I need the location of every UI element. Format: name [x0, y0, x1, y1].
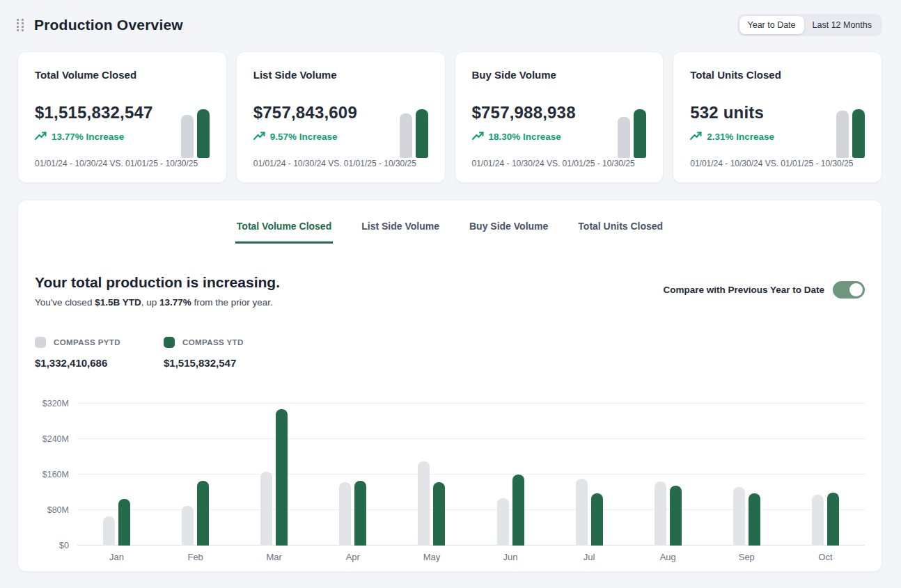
tab-buy-side-volume[interactable]: Buy Side Volume — [468, 218, 549, 244]
y-tick-80m: $80M — [27, 505, 69, 515]
bar-compass-ytd-apr — [354, 481, 366, 546]
x-tick-aug: Aug — [629, 552, 707, 562]
kpi-change-label: 2.31% Increase — [707, 132, 774, 142]
mini-bar-pytd — [181, 115, 194, 158]
kpi-card-buy-side-volume: Buy Side Volume $757,988,938 18.30% Incr… — [455, 51, 664, 183]
header: Production Overview Year to Date Last 12… — [0, 0, 901, 36]
bar-compass-ytd-may — [433, 482, 445, 546]
kpi-card-row: Total Volume Closed $1,515,832,547 13.77… — [17, 51, 882, 183]
x-tick-jan: Jan — [77, 552, 156, 562]
chart-legend: COMPASS PYTD $1,332,410,686 COMPASS YTD … — [35, 337, 865, 369]
y-tick-160m: $160M — [27, 470, 69, 479]
legend-value: $1,332,410,686 — [35, 357, 120, 369]
bar-compass-ytd-sep — [749, 493, 760, 546]
mini-bar-chart — [181, 98, 210, 158]
x-tick-mar: Mar — [235, 552, 313, 562]
kpi-date-range: 01/01/24 - 10/30/24 VS. 01/01/25 - 10/30… — [253, 159, 416, 168]
kpi-date-range: 01/01/24 - 10/30/24 VS. 01/01/25 - 10/30… — [35, 159, 198, 168]
bar-compass-ytd-jan — [118, 499, 130, 546]
kpi-change-label: 9.57% Increase — [270, 132, 338, 142]
drag-handle-icon[interactable] — [15, 17, 25, 33]
mini-bar-chart — [836, 98, 865, 158]
trend-up-icon — [472, 131, 484, 143]
legend-label: COMPASS YTD — [182, 338, 244, 347]
bar-compass-pytd-mar — [260, 472, 272, 546]
chart-plot-area: $320M$240M$160M$80M$0 — [77, 392, 865, 546]
toggle-knob — [849, 283, 863, 296]
bar-group-jan — [77, 409, 156, 546]
bar-compass-ytd-mar — [276, 409, 288, 546]
gridline-320 — [77, 403, 865, 404]
kpi-card-total-volume-closed: Total Volume Closed $1,515,832,547 13.77… — [17, 51, 227, 183]
bar-group-jul — [550, 409, 629, 546]
legend-swatch-ytd — [164, 337, 175, 348]
bar-compass-ytd-aug — [670, 486, 682, 546]
bars-row — [77, 409, 865, 546]
bar-chart: $320M$240M$160M$80M$0 JanFebMarAprMayJun… — [35, 392, 865, 562]
compare-toggle[interactable] — [833, 281, 865, 299]
mini-bar-ytd — [197, 109, 210, 158]
bar-compass-ytd-feb — [197, 481, 209, 546]
compare-control: Compare with Previous Year to Date — [663, 281, 865, 299]
bar-group-may — [392, 409, 471, 546]
kpi-change-label: 13.77% Increase — [52, 132, 124, 142]
kpi-date-range: 01/01/24 - 10/30/24 VS. 01/01/25 - 10/30… — [472, 159, 635, 168]
mini-bar-ytd — [416, 109, 428, 158]
bar-compass-pytd-sep — [733, 487, 745, 546]
insight-subtitle: You've closed $1.5B YTD, up 13.77% from … — [35, 297, 280, 308]
trend-up-icon — [253, 131, 265, 143]
bar-group-oct — [786, 409, 865, 546]
bar-compass-pytd-may — [418, 461, 430, 546]
bar-group-jun — [471, 409, 549, 546]
chart-x-axis: JanFebMarAprMayJunJulAugSepOct — [77, 552, 865, 562]
kpi-title: Buy Side Volume — [472, 69, 647, 81]
production-chart-card: Total Volume Closed List Side Volume Buy… — [17, 200, 882, 572]
x-tick-jun: Jun — [471, 552, 549, 562]
bar-compass-pytd-apr — [339, 482, 351, 546]
legend-item-compass-pytd: COMPASS PYTD $1,332,410,686 — [35, 337, 120, 369]
x-tick-may: May — [392, 552, 471, 562]
x-tick-feb: Feb — [156, 552, 235, 562]
x-tick-oct: Oct — [786, 552, 865, 562]
tab-total-volume-closed[interactable]: Total Volume Closed — [235, 218, 333, 244]
kpi-date-range: 01/01/24 - 10/30/24 VS. 01/01/25 - 10/30… — [690, 159, 853, 168]
mini-bar-ytd — [634, 109, 646, 158]
bar-group-mar — [235, 409, 313, 546]
mini-bar-ytd — [852, 109, 865, 158]
trend-up-icon — [35, 131, 47, 143]
kpi-title: List Side Volume — [253, 69, 428, 81]
legend-item-compass-ytd: COMPASS YTD $1,515,832,547 — [164, 337, 244, 369]
range-option-last-12-months[interactable]: Last 12 Months — [804, 16, 880, 34]
x-tick-apr: Apr — [313, 552, 392, 562]
compare-toggle-label: Compare with Previous Year to Date — [663, 285, 824, 295]
bar-compass-pytd-jan — [103, 516, 115, 546]
bar-compass-ytd-jun — [512, 475, 524, 546]
y-tick-320m: $320M — [27, 399, 69, 408]
page-title: Production Overview — [34, 17, 183, 33]
mini-bar-chart — [618, 98, 646, 158]
kpi-change-label: 18.30% Increase — [489, 132, 561, 142]
bar-compass-pytd-feb — [182, 506, 194, 546]
bar-compass-ytd-oct — [827, 493, 839, 546]
date-range-toggle: Year to Date Last 12 Months — [737, 14, 883, 36]
mini-bar-chart — [400, 98, 428, 158]
legend-swatch-pytd — [35, 337, 46, 348]
kpi-title: Total Volume Closed — [35, 69, 210, 81]
mini-bar-pytd — [400, 113, 412, 158]
tab-total-units-closed[interactable]: Total Units Closed — [577, 218, 664, 244]
insight-row: Your total production is increasing. You… — [35, 274, 865, 308]
bar-compass-pytd-oct — [812, 495, 824, 546]
metric-tabs: Total Volume Closed List Side Volume Buy… — [35, 200, 865, 244]
kpi-title: Total Units Closed — [690, 69, 865, 81]
bar-group-apr — [313, 409, 392, 546]
bar-compass-ytd-jul — [591, 493, 603, 546]
tab-list-side-volume[interactable]: List Side Volume — [360, 218, 441, 244]
legend-value: $1,515,832,547 — [164, 357, 244, 369]
bar-group-aug — [629, 409, 707, 546]
range-option-year-to-date[interactable]: Year to Date — [739, 16, 804, 34]
y-tick-0: $0 — [27, 541, 69, 550]
kpi-card-total-units-closed: Total Units Closed 532 units 2.31% Incre… — [673, 51, 882, 183]
kpi-card-list-side-volume: List Side Volume $757,843,609 9.57% Incr… — [236, 51, 446, 183]
trend-up-icon — [690, 131, 702, 143]
bar-group-feb — [156, 409, 235, 546]
